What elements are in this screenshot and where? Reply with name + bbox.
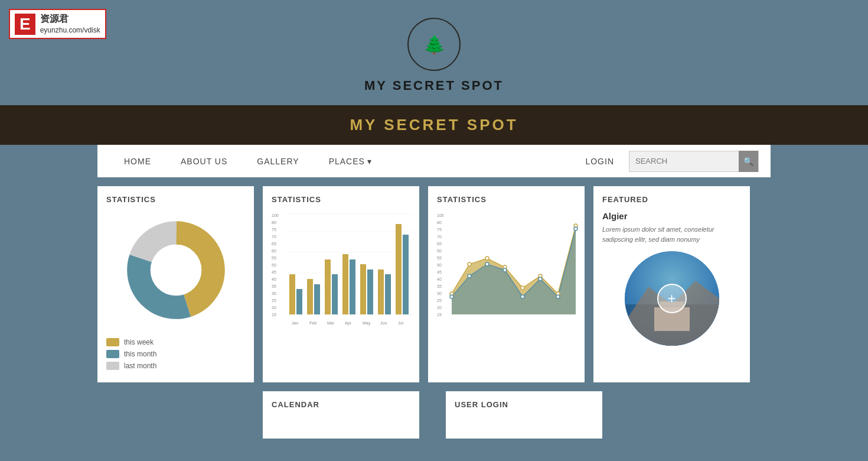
nav-item-login[interactable]: LOGIN [570,145,629,177]
svg-text:15: 15 [437,313,442,317]
nav-item-home[interactable]: HOME [109,145,166,177]
svg-point-73 [485,262,489,266]
watermark: E 资源君 eyunzhu.com/vdisk [9,9,106,39]
header-bar: MY SECRET SPOT [0,105,868,145]
svg-point-75 [521,295,524,298]
svg-text:70: 70 [272,235,276,239]
svg-text:55: 55 [437,256,442,260]
donut-chart [123,217,229,323]
svg-point-76 [539,277,542,281]
search-box: 🔍 [629,151,759,172]
nav-item-gallery[interactable]: GALLERY [242,145,314,177]
legend-label-lastmonth: last month [124,362,156,370]
svg-rect-31 [342,254,348,314]
svg-text:May: May [363,321,371,326]
svg-text:50: 50 [437,263,442,267]
svg-text:Feb: Feb [309,321,316,325]
svg-text:20: 20 [272,306,276,310]
bar-chart-svg: 100 80 75 70 65 60 55 50 45 40 35 30 25 … [272,211,413,329]
logo-area: 🌲 MY SECRET SPOT [0,0,868,105]
featured-description: Lorem ipsum dolor sit amet, conseletur s… [602,225,741,244]
logo-title: MY SECRET SPOT [364,78,504,93]
svg-text:45: 45 [437,270,442,274]
svg-text:30: 30 [272,291,276,296]
search-icon: 🔍 [743,157,753,166]
featured-plus-button[interactable]: + [657,284,687,313]
bottom-row: CALENDAR USER LOGIN [97,391,771,450]
statistics-card-3: STATISTICS 100 80 75 70 65 60 55 50 45 4… [428,186,585,382]
header-title: MY SECRET SPOT [11,116,857,134]
watermark-text: 资源君 eyunzhu.com/vdisk [40,12,100,35]
search-input[interactable] [629,157,739,165]
svg-point-71 [450,295,453,298]
main-container: STATISTICS this week this month [97,177,771,391]
svg-point-67 [521,286,524,290]
svg-rect-35 [378,270,384,314]
statistics-card-1: STATISTICS this week this month [97,186,254,382]
svg-text:35: 35 [272,284,276,288]
nav-item-places[interactable]: PLACES ▾ [314,145,387,177]
svg-text:25: 25 [272,298,276,303]
svg-text:60: 60 [437,249,442,253]
watermark-e-letter: E [15,14,35,35]
svg-text:55: 55 [272,256,276,260]
featured-title: FEATURED [602,195,741,204]
svg-point-72 [468,274,471,278]
svg-text:Jun: Jun [380,321,387,325]
svg-text:45: 45 [272,270,276,274]
svg-text:80: 80 [272,220,276,225]
featured-card: FEATURED Algier Lorem ipsum dolor sit am… [593,186,750,382]
legend-color-week [106,338,119,346]
tree-icon: 🌲 [423,34,445,55]
svg-point-78 [574,227,577,230]
calendar-title: CALENDAR [272,400,410,409]
svg-text:70: 70 [437,235,442,239]
featured-image: + [625,251,719,346]
svg-rect-28 [314,284,320,314]
svg-rect-37 [396,224,402,314]
user-login-title: USER LOGIN [455,400,593,409]
stats2-title: STATISTICS [272,195,410,204]
svg-point-64 [468,262,471,266]
donut-chart-container [106,211,245,329]
svg-text:Mar: Mar [327,321,335,325]
legend-item-month: this month [106,350,245,358]
watermark-url: eyunzhu.com/vdisk [40,25,100,35]
stats1-title: STATISTICS [106,195,245,204]
svg-point-74 [503,268,507,272]
statistics-card-2: STATISTICS 100 80 75 70 65 60 55 50 45 4… [263,186,419,382]
svg-text:40: 40 [437,277,442,281]
svg-text:Apr: Apr [345,321,352,326]
svg-text:65: 65 [437,242,442,246]
bar-chart-container: 100 80 75 70 65 60 55 50 45 40 35 30 25 … [272,211,410,332]
svg-text:65: 65 [272,242,276,246]
places-dropdown-icon: ▾ [367,157,372,166]
legend-label-month: this month [124,350,156,358]
svg-text:Jul: Jul [398,321,403,325]
featured-place-name: Algier [602,211,741,221]
nav-outer: HOME ABOUT US GALLERY PLACES ▾ LOGIN 🔍 [97,145,771,177]
area-chart-container: 100 80 75 70 65 60 55 50 45 40 35 30 25 … [437,211,576,332]
svg-rect-36 [385,274,391,314]
calendar-card: CALENDAR [263,391,419,439]
svg-text:20: 20 [437,306,442,310]
stats3-title: STATISTICS [437,195,576,204]
search-button[interactable]: 🔍 [739,151,758,172]
area-chart-svg: 100 80 75 70 65 60 55 50 45 40 35 30 25 … [437,211,579,329]
legend: this week this month last month [106,338,245,370]
nav-item-about[interactable]: ABOUT US [166,145,242,177]
svg-text:40: 40 [272,277,276,281]
svg-text:35: 35 [437,284,442,288]
svg-point-65 [485,257,489,260]
svg-text:25: 25 [437,298,442,303]
svg-text:15: 15 [272,313,276,317]
svg-text:60: 60 [272,249,276,253]
nav-bar: HOME ABOUT US GALLERY PLACES ▾ LOGIN 🔍 [97,145,771,177]
legend-label-week: this week [124,338,154,346]
legend-color-lastmonth [106,362,119,370]
svg-text:Jan: Jan [292,321,298,325]
svg-rect-34 [367,270,373,314]
legend-item-lastmonth: last month [106,362,245,370]
svg-rect-32 [350,259,355,314]
svg-text:50: 50 [272,263,276,267]
